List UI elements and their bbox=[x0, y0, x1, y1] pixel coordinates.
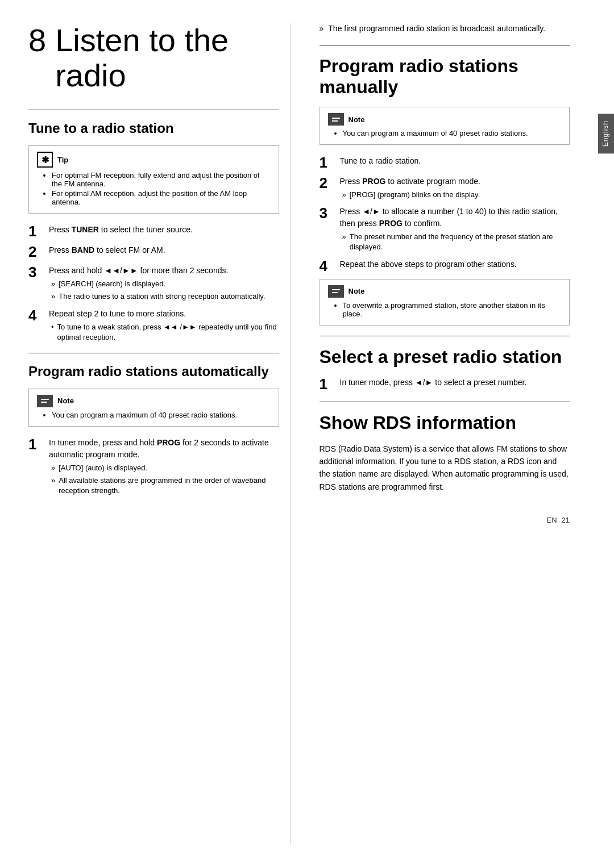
note-bullets-manual: You can program a maximum of 40 preset r… bbox=[334, 129, 562, 137]
note-label-auto: Note bbox=[57, 397, 74, 405]
manual-step-2-sub-1: » [PROG] (program) blinks on the display… bbox=[342, 190, 570, 200]
step-1-content: Press TUNER to select the tuner source. bbox=[49, 224, 279, 236]
right-divider-1 bbox=[320, 45, 570, 45]
auto-step-1-bold: PROG bbox=[157, 438, 180, 447]
note-label-manual-2: Note bbox=[349, 287, 365, 295]
right-column: » The first programmed radio station is … bbox=[314, 23, 570, 845]
chapter-number: 8 bbox=[28, 23, 46, 58]
auto-step-1-sub-2: » All available stations are programmed … bbox=[51, 475, 279, 496]
manual-step-2-bold: PROG bbox=[362, 177, 385, 186]
section-preset-heading: Select a preset radio station bbox=[320, 347, 570, 368]
note-label-manual: Note bbox=[349, 115, 365, 124]
right-divider-3 bbox=[320, 402, 570, 402]
step-1: 1 Press TUNER to select the tuner source… bbox=[28, 224, 279, 239]
tip-label: Tip bbox=[57, 156, 68, 164]
section-auto-heading: Program radio stations automatically bbox=[28, 364, 279, 379]
page-footer: EN 21 bbox=[320, 510, 570, 524]
note-bullet-manual-2-1: To overwrite a programmed station, store… bbox=[343, 301, 562, 318]
manual-step-4: 4 Repeat the above steps to program othe… bbox=[320, 258, 570, 273]
step-2-number: 2 bbox=[28, 244, 44, 259]
note-bullets-manual-2: To overwrite a programmed station, store… bbox=[334, 301, 562, 318]
section-rds-heading: Show RDS information bbox=[320, 412, 570, 433]
step-4-number: 4 bbox=[28, 308, 44, 323]
section-tune-heading: Tune to a radio station bbox=[28, 120, 279, 136]
auto-step-1-number: 1 bbox=[28, 437, 44, 452]
note-bullet-auto-1: You can program a maximum of 40 preset r… bbox=[52, 411, 271, 419]
manual-step-1-content: Tune to a radio station. bbox=[340, 155, 570, 167]
chapter-heading: 8 Listen to the radio bbox=[28, 23, 279, 93]
step-3: 3 Press and hold ◄◄/►► for more than 2 s… bbox=[28, 265, 279, 302]
note-icon-manual bbox=[328, 113, 344, 126]
manual-step-4-number: 4 bbox=[320, 258, 335, 273]
step-2-content: Press BAND to select FM or AM. bbox=[49, 244, 279, 256]
note-header-auto: Note bbox=[37, 395, 271, 407]
content-area: 8 Listen to the radio Tune to a radio st… bbox=[0, 0, 598, 868]
auto-step-1: 1 In tuner mode, press and hold PROG for… bbox=[28, 437, 279, 496]
note-icon-manual-2 bbox=[328, 285, 344, 298]
manual-step-3: 3 Press ◄/► to allocate a number (1 to 4… bbox=[320, 206, 570, 252]
note-bullets-auto: You can program a maximum of 40 preset r… bbox=[43, 411, 271, 419]
step-3-number: 3 bbox=[28, 265, 44, 279]
top-bullet-text: The first programmed radio station is br… bbox=[328, 23, 545, 35]
tip-box: ✱ Tip For optimal FM reception, fully ex… bbox=[28, 145, 279, 214]
page-label: EN bbox=[546, 516, 557, 524]
step-3-content: Press and hold ◄◄/►► for more than 2 sec… bbox=[49, 265, 279, 302]
preset-step-1-content: In tuner mode, press ◄/► to select a pre… bbox=[340, 377, 570, 389]
step-4-content: Repeat step 2 to tune to more stations. … bbox=[49, 308, 279, 343]
two-column-layout: 8 Listen to the radio Tune to a radio st… bbox=[28, 23, 570, 845]
manual-step-1: 1 Tune to a radio station. bbox=[320, 155, 570, 170]
note-box-manual: Note You can program a maximum of 40 pre… bbox=[320, 107, 570, 145]
note-box-auto: Note You can program a maximum of 40 pre… bbox=[28, 389, 279, 427]
manual-step-3-sub-1: » The preset number and the frequency of… bbox=[342, 232, 570, 252]
section-manual-heading: Program radio stations manually bbox=[320, 56, 570, 98]
step-4: 4 Repeat step 2 to tune to more stations… bbox=[28, 308, 279, 343]
section-auto: Program radio stations automatically Not… bbox=[28, 364, 279, 496]
manual-step-4-content: Repeat the above steps to program other … bbox=[340, 258, 570, 270]
manual-step-1-number: 1 bbox=[320, 155, 335, 170]
chapter-title: Listen to the radio bbox=[55, 23, 279, 93]
step-4-dot-1: • To tune to a weak station, press ◄◄ /►… bbox=[51, 322, 279, 343]
page-number: 21 bbox=[562, 516, 570, 524]
step-1-bold: TUNER bbox=[72, 225, 99, 234]
auto-step-1-sub-1: » [AUTO] (auto) is displayed. bbox=[51, 463, 279, 473]
language-tab: English bbox=[598, 114, 614, 153]
step-3-sub-1: » [SEARCH] (search) is displayed. bbox=[51, 279, 279, 289]
manual-step-2-number: 2 bbox=[320, 176, 335, 190]
tip-icon: ✱ bbox=[37, 152, 53, 168]
tip-bullet-1: For optimal FM reception, fully extend a… bbox=[52, 171, 271, 188]
step-2: 2 Press BAND to select FM or AM. bbox=[28, 244, 279, 259]
tip-bullets: For optimal FM reception, fully extend a… bbox=[43, 171, 271, 206]
tip-header: ✱ Tip bbox=[37, 152, 271, 168]
note-header-manual: Note bbox=[328, 113, 562, 126]
section-manual: Program radio stations manually Note bbox=[320, 56, 570, 326]
manual-step-3-number: 3 bbox=[320, 206, 335, 220]
step-2-bold: BAND bbox=[72, 245, 94, 254]
note-icon-lines bbox=[41, 399, 49, 403]
page: English 8 Listen to the radio Tune to a … bbox=[0, 0, 614, 868]
note-box-manual-2: Note To overwrite a programmed station, … bbox=[320, 279, 570, 326]
top-bullet: » The first programmed radio station is … bbox=[320, 23, 570, 35]
left-column: 8 Listen to the radio Tune to a radio st… bbox=[28, 23, 291, 845]
manual-step-3-bold: PROG bbox=[379, 219, 403, 228]
tip-bullet-2: For optimal AM reception, adjust the pos… bbox=[52, 189, 271, 206]
divider-2 bbox=[28, 353, 279, 353]
note-bullet-manual-1: You can program a maximum of 40 preset r… bbox=[343, 129, 562, 137]
section-rds: Show RDS information RDS (Radio Data Sys… bbox=[320, 412, 570, 494]
right-divider-2 bbox=[320, 336, 570, 336]
preset-step-1-number: 1 bbox=[320, 377, 335, 391]
note-header-manual-2: Note bbox=[328, 285, 562, 298]
auto-step-1-content: In tuner mode, press and hold PROG for 2… bbox=[49, 437, 279, 496]
note-icon-auto bbox=[37, 395, 53, 407]
manual-step-3-content: Press ◄/► to allocate a number (1 to 40)… bbox=[340, 206, 570, 252]
step-1-number: 1 bbox=[28, 224, 44, 239]
manual-step-2-content: Press PROG to activate program mode. » [… bbox=[340, 176, 570, 200]
step-3-sub-2: » The radio tunes to a station with stro… bbox=[51, 291, 279, 302]
section-rds-body: RDS (Radio Data System) is a service tha… bbox=[320, 443, 570, 494]
manual-step-2: 2 Press PROG to activate program mode. »… bbox=[320, 176, 570, 200]
section-preset: Select a preset radio station 1 In tuner… bbox=[320, 347, 570, 391]
preset-step-1: 1 In tuner mode, press ◄/► to select a p… bbox=[320, 377, 570, 391]
section-tune: Tune to a radio station ✱ Tip For optima… bbox=[28, 120, 279, 343]
divider-1 bbox=[28, 110, 279, 110]
